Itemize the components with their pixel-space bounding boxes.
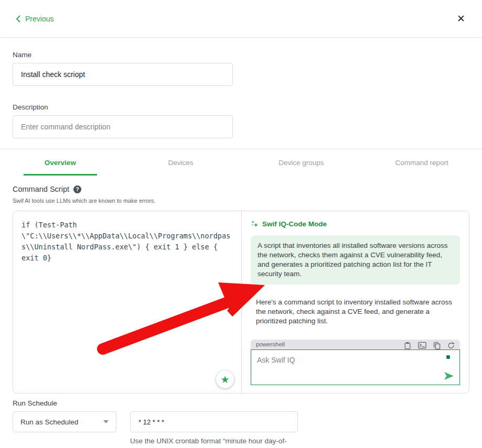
- sparkle-icon: [251, 220, 259, 228]
- dialog-body: Name Description Overview Devices Device…: [0, 51, 482, 448]
- star-icon: ★: [220, 375, 229, 385]
- user-prompt-bubble: A script that inventories all installed …: [251, 235, 460, 285]
- run-schedule-select[interactable]: Run as Scheduled: [13, 411, 116, 432]
- send-icon[interactable]: [444, 371, 454, 380]
- description-label: Description: [13, 103, 469, 111]
- refresh-icon[interactable]: [447, 342, 455, 349]
- tab-device-groups-label: Device groups: [279, 159, 324, 167]
- name-label: Name: [13, 51, 469, 59]
- command-script-title: Command Script: [13, 185, 69, 193]
- ai-panel-title: Swif IQ-Code Mode: [262, 220, 327, 228]
- ai-star-button[interactable]: ★: [216, 370, 234, 388]
- ask-input-placeholder: Ask Swif IQ: [257, 356, 295, 364]
- swif-iq-panel: Swif IQ-Code Mode A script that inventor…: [242, 211, 469, 393]
- tabs-bar: Overview Devices Device groups Command r…: [0, 149, 482, 176]
- script-code-text: if (Test-Path \"C:\\Users\\*\\AppData\\L…: [22, 220, 233, 264]
- ask-swif-iq-input[interactable]: Ask Swif IQ: [251, 349, 460, 385]
- command-edit-dialog: Previous ✕ Name Description Overview Dev…: [0, 0, 482, 448]
- name-input[interactable]: [13, 63, 233, 86]
- tab-overview[interactable]: Overview: [0, 149, 121, 176]
- active-tab-underline: [24, 174, 97, 176]
- help-icon[interactable]: ?: [73, 185, 81, 193]
- tab-command-report[interactable]: Command report: [361, 149, 482, 176]
- tab-device-groups[interactable]: Device groups: [241, 149, 362, 176]
- chevron-left-icon: [16, 15, 20, 23]
- code-language-label: powershell: [256, 341, 285, 347]
- cron-helper-text: Use the UNIX crontab format “minute hour…: [130, 436, 304, 448]
- ai-disclaimer-text: Swif AI tools use LLMs which are known t…: [13, 198, 469, 204]
- previous-button[interactable]: Previous: [16, 15, 53, 23]
- script-panel: if (Test-Path \"C:\\Users\\*\\AppData\\L…: [13, 211, 469, 394]
- status-dot: [446, 355, 450, 359]
- run-schedule-selected-value: Run as Scheduled: [20, 418, 78, 426]
- tab-command-report-label: Command report: [395, 159, 448, 167]
- cron-input[interactable]: [130, 411, 298, 432]
- chevron-down-icon: [103, 420, 109, 423]
- copy-icon[interactable]: [433, 342, 441, 349]
- run-schedule-label: Run Schedule: [13, 399, 469, 407]
- description-input[interactable]: [13, 115, 233, 138]
- tab-devices-label: Devices: [168, 159, 194, 167]
- dialog-header: Previous ✕: [0, 0, 482, 38]
- paste-icon[interactable]: [404, 342, 411, 349]
- previous-label: Previous: [25, 15, 53, 23]
- tab-devices[interactable]: Devices: [121, 149, 241, 176]
- terminal-icon[interactable]: [418, 342, 426, 349]
- tab-overview-label: Overview: [45, 159, 76, 167]
- close-icon[interactable]: ✕: [457, 14, 465, 24]
- script-editor[interactable]: if (Test-Path \"C:\\Users\\*\\AppData\\L…: [13, 211, 242, 393]
- assistant-reply-text: Here's a command script to inventory ins…: [251, 298, 460, 326]
